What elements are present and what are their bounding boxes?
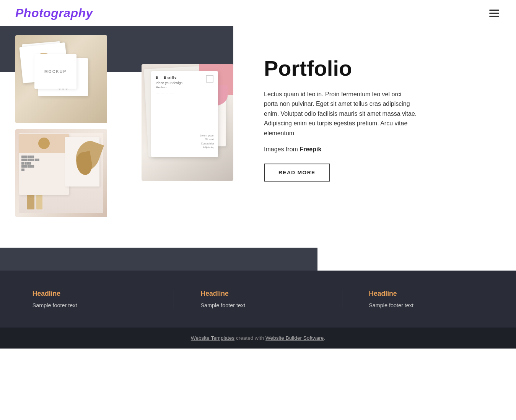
- site-header: Photography: [0, 0, 516, 26]
- footer-text-3: Sample footer text: [369, 302, 483, 308]
- images-middle-column: B Braille Place your design Mockup · · ·…: [142, 26, 233, 217]
- footer-text-1: Sample footer text: [33, 302, 147, 308]
- dark-band-bottom: [0, 248, 317, 271]
- mockup-label-2: MOCKUP: [54, 81, 72, 85]
- brochure-circle: [38, 138, 50, 149]
- brochure-header: [19, 134, 69, 153]
- website-builder-link[interactable]: Website Builder Software: [265, 335, 324, 341]
- footer-divider-2: [342, 290, 342, 308]
- footer-divider-1: [174, 290, 174, 308]
- footer-headline-3: Headline: [369, 290, 483, 298]
- box-icon: [206, 75, 213, 83]
- website-templates-link[interactable]: Website Templates: [191, 335, 234, 341]
- card-mock-back: MOCKUP: [19, 42, 68, 83]
- braille-footer-text: Lorem ipsumSit ametConsecteturAdipiscing: [200, 134, 214, 149]
- footer-created-with: created with: [234, 335, 265, 341]
- images-left-column: MOCKUP MOCKUP ⚫⚫⚫: [15, 26, 122, 217]
- braille-dots-row: · · · · · · · · · · · · · · ·: [156, 92, 213, 95]
- brochure-lines: ████ ████████ ████ █████ ████████ ██████: [19, 153, 69, 174]
- freepik-link[interactable]: Freepik: [300, 146, 321, 152]
- main-section: MOCKUP MOCKUP ⚫⚫⚫: [0, 26, 516, 271]
- footer-col-3: Headline Sample footer text: [369, 290, 483, 308]
- read-more-button[interactable]: READ MORE: [264, 164, 330, 182]
- mockup-image-3: B Braille Place your design Mockup · · ·…: [142, 64, 233, 181]
- mockup-image-1: MOCKUP MOCKUP ⚫⚫⚫: [15, 35, 107, 123]
- footer-bottom: Website Templates created with Website B…: [0, 328, 516, 349]
- menu-button[interactable]: [488, 8, 501, 18]
- site-footer: Headline Sample footer text Headline Sam…: [0, 271, 516, 349]
- circle-deco-2: [56, 65, 70, 80]
- portfolio-body: Lectus quam id leo in. Proin fermentum l…: [264, 89, 417, 138]
- images-from: Images from Freepik: [264, 146, 485, 153]
- footer-headline-1: Headline: [33, 290, 147, 298]
- brochure-page1: ████ ████████ ████ █████ ████████ ██████: [19, 134, 69, 195]
- content-area: MOCKUP MOCKUP ⚫⚫⚫: [0, 26, 516, 217]
- footer-headline-2: Headline: [200, 290, 315, 298]
- bottle-2: [36, 194, 42, 209]
- footer-columns: Headline Sample footer text Headline Sam…: [0, 290, 516, 328]
- braille-card-front: B Braille Place your design Mockup · · ·…: [151, 71, 218, 157]
- braille-label-place: Place your design: [156, 81, 213, 85]
- footer-suffix: .: [324, 335, 325, 341]
- portfolio-title: Portfolio: [264, 57, 485, 80]
- menu-line-2: [489, 13, 499, 14]
- menu-line-3: [489, 16, 499, 17]
- footer-text-2: Sample footer text: [200, 302, 315, 308]
- braille-label-b: B Braille: [156, 76, 213, 79]
- circle-deco: [35, 52, 52, 69]
- mockup-image-2: ████ ████████ ████ █████ ████████ ██████…: [15, 129, 107, 217]
- mockup-dots: ⚫⚫⚫: [58, 86, 68, 89]
- site-logo[interactable]: Photography: [15, 6, 93, 20]
- menu-line-1: [489, 10, 499, 11]
- card-mock-front: MOCKUP ⚫⚫⚫: [38, 58, 88, 96]
- portfolio-text-area: Portfolio Lectus quam id leo in. Proin f…: [233, 26, 501, 217]
- footer-col-1: Headline Sample footer text: [33, 290, 147, 308]
- footer-col-2: Headline Sample footer text: [200, 290, 315, 308]
- mockup-label: MOCKUP: [36, 68, 54, 74]
- braille-label-mockup: Mockup: [156, 86, 213, 89]
